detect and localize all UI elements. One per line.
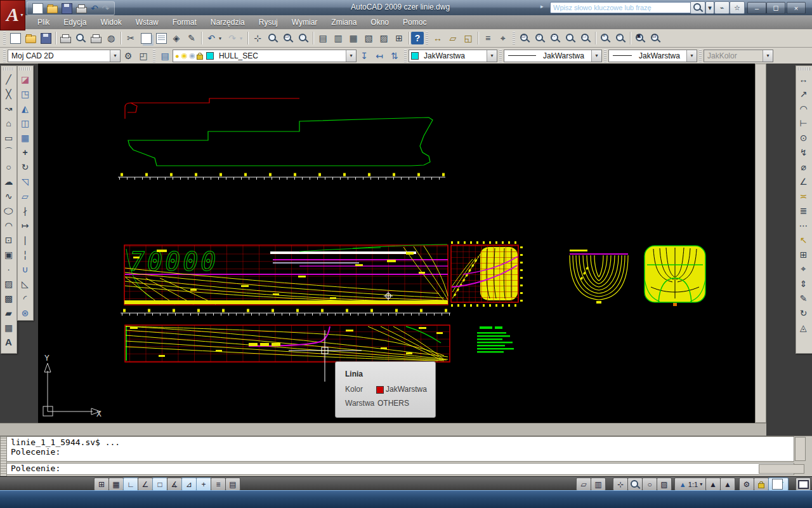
3ddwf-button[interactable]: ◍ <box>103 30 119 46</box>
new-icon[interactable] <box>32 3 43 14</box>
dimension-space-button[interactable]: ⇕ <box>796 276 811 291</box>
open-button[interactable] <box>23 30 38 46</box>
angular-dimension-button[interactable]: ∠ <box>796 174 811 189</box>
offset-button[interactable]: ◫ <box>18 116 32 130</box>
save-button[interactable] <box>38 30 53 46</box>
restore-button[interactable]: ◻ <box>766 2 785 14</box>
construction-line-button[interactable]: ╳ <box>1 86 16 101</box>
publish-button[interactable] <box>88 30 103 46</box>
mass-properties-button[interactable]: ◱ <box>461 30 476 46</box>
help-button[interactable]: ? <box>411 32 424 44</box>
layer-properties-manager-button[interactable]: ▤ <box>157 48 173 64</box>
dimension-update-button[interactable]: ↻ <box>796 305 811 320</box>
layout-tab-button[interactable]: ▥ <box>591 478 606 491</box>
quick-leader-button[interactable]: ↖ <box>796 232 811 247</box>
quickcalc-button[interactable]: ⊞ <box>391 30 407 46</box>
make-object-layer-current-button[interactable]: ↧ <box>357 48 372 64</box>
ellipse-arc-button[interactable]: ◠ <box>1 218 16 232</box>
copy-button[interactable] <box>138 30 154 46</box>
dropdown-arrow-icon[interactable]: ▾ <box>346 50 356 62</box>
toolbar-grip[interactable] <box>3 50 6 62</box>
array-button[interactable]: ▦ <box>18 130 32 145</box>
zoom-all-button[interactable]: ▣ <box>632 30 648 46</box>
scale-button[interactable]: ◹ <box>18 174 32 189</box>
layer-vp-freeze-icon[interactable]: ◉ <box>189 51 195 60</box>
ordinate-dimension-button[interactable]: ⊢ <box>796 116 811 130</box>
layer-thaw-sun-icon[interactable]: ◉ <box>181 51 188 60</box>
menu-wymiar[interactable]: Wymiar <box>285 17 325 28</box>
hatch-button[interactable]: ▨ <box>1 276 16 291</box>
plot-preview-button[interactable] <box>73 30 88 46</box>
linear-dimension-button[interactable]: ↔ <box>796 72 811 86</box>
toolbar-grip[interactable] <box>798 67 810 70</box>
annotation-scale-button[interactable]: ▲ 1:1 ▾ <box>674 478 707 491</box>
distance-button[interactable]: ↔ <box>430 30 445 46</box>
new-button[interactable] <box>8 30 23 46</box>
chamfer-button[interactable]: ◺ <box>18 276 32 291</box>
table-button[interactable]: ▦ <box>1 320 16 335</box>
annotation-autoscale-button[interactable]: ▲ <box>720 478 735 491</box>
sheet-set-manager-button[interactable]: ▧ <box>361 30 376 46</box>
mtext-button[interactable]: A <box>1 335 16 349</box>
rotate-button[interactable]: ↻ <box>18 159 32 174</box>
tolerance-button[interactable]: ⊞ <box>796 247 811 262</box>
grid-toggle[interactable]: ▦ <box>108 478 124 491</box>
toolbar-grip[interactable] <box>20 67 31 70</box>
print-icon[interactable] <box>76 7 87 13</box>
toolbar-grip[interactable] <box>3 67 15 70</box>
aligned-dimension-button[interactable]: ↗ <box>796 86 811 101</box>
zoom-scale-button[interactable]: ∷ <box>547 30 563 46</box>
center-mark-button[interactable]: ⌖ <box>796 262 811 276</box>
toolbar-lock-icon[interactable] <box>754 478 769 491</box>
designcenter-button[interactable]: ▥ <box>331 30 346 46</box>
erase-button[interactable]: ◪ <box>18 72 32 86</box>
qp-toggle[interactable]: ▤ <box>225 478 240 491</box>
close-button[interactable]: × <box>787 2 806 14</box>
layer-color-swatch[interactable] <box>206 52 214 60</box>
redo-icon[interactable]: ↷ <box>102 3 110 13</box>
communication-center-icon[interactable]: ⌁ <box>714 1 730 14</box>
pan-status-button[interactable]: ⊹ <box>613 478 628 491</box>
polygon-button[interactable]: ⌂ <box>1 116 16 130</box>
toolbar-grip[interactable] <box>499 50 502 62</box>
dropdown-arrow-icon[interactable]: ▾ <box>110 50 120 62</box>
model-tab-button[interactable]: ▱ <box>576 478 591 491</box>
menu-narzedzia[interactable]: Narzędzia <box>204 17 252 28</box>
zoom-center-button[interactable]: · <box>563 30 578 46</box>
clean-screen-button[interactable] <box>796 478 811 491</box>
toolbar-grip[interactable] <box>153 50 155 62</box>
plot-button[interactable] <box>58 30 73 46</box>
undo-button[interactable]: ↶ <box>204 30 219 46</box>
zoom-dynamic-button[interactable]: ○ <box>532 30 547 46</box>
paste-button[interactable] <box>154 30 169 46</box>
area-button[interactable]: ▱ <box>445 30 461 46</box>
toolbar-grip[interactable] <box>699 50 702 62</box>
workspace-settings-button[interactable]: ⚙ <box>121 48 136 64</box>
markup-button[interactable]: ▨ <box>376 30 391 46</box>
menu-wstaw[interactable]: Wstaw <box>129 17 166 28</box>
spline-button[interactable]: ∿ <box>1 189 16 203</box>
point-button[interactable]: · <box>1 262 16 276</box>
tool-palettes-button[interactable]: ▦ <box>346 30 361 46</box>
break-button[interactable]: ¦ <box>18 247 32 262</box>
menu-format[interactable]: Format <box>166 17 204 28</box>
menu-zmiana[interactable]: Zmiana <box>324 17 363 28</box>
favorites-star-icon[interactable]: ☆ <box>730 1 745 14</box>
explode-button[interactable]: ⊛ <box>18 305 32 320</box>
linetype-dropdown[interactable]: JakWarstwa▾ <box>504 50 602 62</box>
fillet-button[interactable]: ◜ <box>18 291 32 305</box>
zoom-previous-button[interactable]: · <box>296 30 311 46</box>
command-history[interactable]: linie_1_1_5944.sv$ ... Polecenie: <box>6 436 794 462</box>
autocad-logo[interactable]: A▼ <box>0 0 25 30</box>
save-icon[interactable] <box>62 3 72 14</box>
toolbar-grip[interactable] <box>604 50 606 62</box>
infocenter-search-icon[interactable] <box>690 1 705 14</box>
toolbar-grip[interactable] <box>426 32 428 44</box>
zoom-status-button[interactable] <box>627 478 643 491</box>
redo-button[interactable]: ↷ <box>225 30 240 46</box>
zoom-realtime-button[interactable] <box>265 30 280 46</box>
menu-okno[interactable]: Okno <box>363 17 396 28</box>
drawing-status-button[interactable]: ✓ <box>768 478 789 491</box>
join-button[interactable]: ∪ <box>18 262 32 276</box>
menu-edycja[interactable]: Edycja <box>56 17 93 28</box>
